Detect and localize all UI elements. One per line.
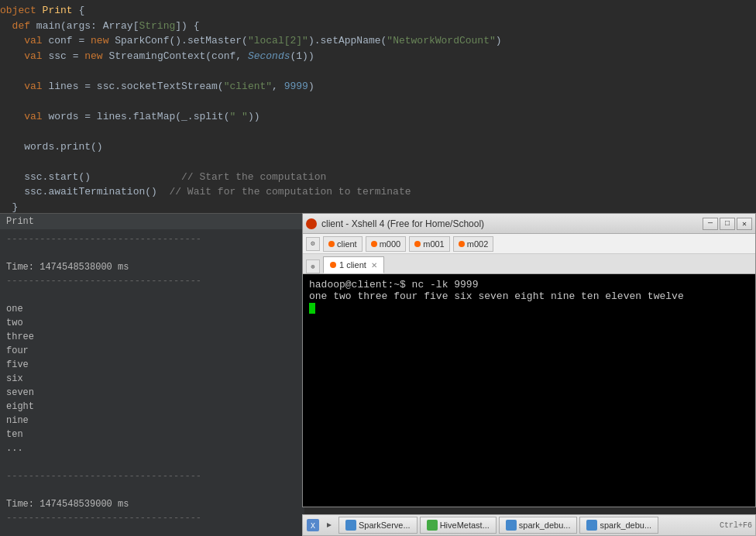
code-line-8: val words = lines.flatMap(_.split(" ")) [0,109,756,125]
word-one: one [6,302,298,316]
method-sig: main(args: Array[ [36,19,139,34]
session-tab-m002[interactable]: m002 [453,236,494,252]
indent4 [0,79,24,94]
sparkdebug1-icon [506,520,517,531]
session-dot-m001 [414,241,421,247]
session-dot-m000 [371,241,377,247]
code-editor: object Print { def main(args: Array[Stri… [0,0,756,213]
comment-await: // Wait for the computation to terminate [169,184,411,200]
session-label-m001: m001 [423,239,445,249]
sparkserver-icon [345,520,356,531]
words-assign: words = lines.flatMap(_.split( [48,109,229,125]
sparkdebug1-label: spark_debu... [519,521,571,530]
word-four: four [6,344,298,358]
xshell-terminal[interactable]: hadoop@client:~$ nc -lk 9999 one two thr… [303,274,755,507]
word-seven: seven [6,386,298,400]
hivemetast-icon [427,520,438,531]
xshell-app-icon [306,218,317,229]
words-print: words.print() [0,139,103,155]
xshell-window: client - Xshell 4 (Free for Home/School)… [302,213,756,507]
keyword-new2: new [84,49,108,64]
xshell-window-buttons: ─ □ ✕ [703,218,752,230]
close-paren2: ) [308,79,314,94]
xshell-tab-active[interactable]: 1 client ✕ [323,256,384,273]
taskbar-sparkdebug1-btn[interactable]: spark_debu... [499,517,578,534]
taskbar-hivemetast-btn[interactable]: HiveMetast... [420,517,497,534]
tab-label-active: 1 client [339,260,366,270]
word-two: two [6,316,298,330]
session-tab-client[interactable]: client [323,236,363,252]
print-content: ----------------------------------- Time… [0,229,304,534]
keyword-new1: new [91,33,115,49]
word-five: five [6,358,298,372]
session-dot-client [328,241,335,247]
set-app: ).setAppName( [308,33,387,49]
maximize-button[interactable]: □ [720,218,735,230]
code-line-6: val lines = ssc.socketTextStream("client… [0,79,756,94]
port-num: 9999 [284,79,308,94]
keyword-val4: val [24,109,48,125]
code-line-5 [0,64,756,79]
code-line-7 [0,94,756,109]
minimize-button[interactable]: ─ [703,218,718,230]
seconds-italic: Seconds [248,49,290,64]
blank-1 [6,246,298,260]
new-tab-icon[interactable]: ⊕ [306,259,320,273]
ssc-start: ssc.start() [0,170,181,185]
dashes-4: ----------------------------------- [6,511,298,525]
terminal-cursor [309,303,315,314]
xshell-taskbar: X SparkServe... HiveMetast... spark_debu… [302,514,756,536]
local2-string: "local[2]" [248,33,308,49]
time-2: Time: 1474548539000 ms [6,497,298,511]
close-flatmap: )) [248,109,260,125]
blank-3 [6,455,298,469]
terminal-output: one two three four five six seven eight … [309,290,749,302]
taskbar-sparkserver-btn[interactable]: SparkServe... [338,517,418,534]
close-button[interactable]: ✕ [737,218,752,230]
time-1: Time: 1474548538000 ms [6,260,298,274]
taskbar-sparkdebug2-btn[interactable]: spark_debu... [579,517,658,534]
code-line-9 [0,124,756,139]
app-name-string: "NetworkWordCount" [387,33,495,49]
taskbar-keybind: Ctrl+F6 [720,521,752,530]
indent3 [0,49,24,64]
taskbar-left-icon[interactable]: X [306,518,320,532]
xshell-tabs: ⊕ 1 client ✕ [303,254,755,274]
xshell-titlebar: client - Xshell 4 (Free for Home/School)… [303,214,755,234]
code-line-3: val conf = new SparkConf().setMaster("lo… [0,33,756,49]
session-tab-m001[interactable]: m001 [409,236,450,252]
seconds-arg: (1)) [290,49,314,64]
code-line-1: object Print { [0,3,756,19]
blank-2 [6,288,298,302]
code-line-13: ssc.awaitTermination() // Wait for the c… [0,184,756,200]
blank-4 [6,483,298,497]
ssc-await: ssc.awaitTermination() [0,184,169,200]
session-tab-m000[interactable]: m000 [366,236,407,252]
indent [0,19,12,34]
code-line-10: words.print() [0,139,756,155]
keyword-val2: val [24,49,48,64]
xshell-title-text: client - Xshell 4 (Free for Home/School) [321,218,703,229]
dashes-3: ----------------------------------- [6,469,298,483]
word-three: three [6,330,298,344]
client-string: "client" [224,79,272,94]
keyword-def: def [12,19,36,34]
tab-dot-active [330,262,336,268]
sparkdebug2-icon [586,520,597,531]
taskbar-arrow-icon[interactable] [322,518,336,532]
dashes-2: ----------------------------------- [6,274,298,288]
word-eight: eight [6,400,298,414]
terminal-cursor-line [309,302,749,314]
word-six: six [6,372,298,386]
lines-assign: lines = ssc.socketTextStream( [48,79,223,94]
menubar-icon-1[interactable]: ⚙ [306,237,320,251]
keyword-object: object [0,3,43,19]
session-label-client: client [337,239,357,249]
session-dot-m002 [459,241,465,247]
terminal-prompt: hadoop@client:~$ nc -lk 9999 [309,279,749,290]
blank-5 [6,525,298,534]
tab-close-icon[interactable]: ✕ [371,261,377,270]
xshell-menubar: ⚙ client m000 m001 m002 [303,234,755,254]
session-label-m002: m002 [467,239,489,249]
code-line-2: def main(args: Array[String]) { [0,19,756,34]
